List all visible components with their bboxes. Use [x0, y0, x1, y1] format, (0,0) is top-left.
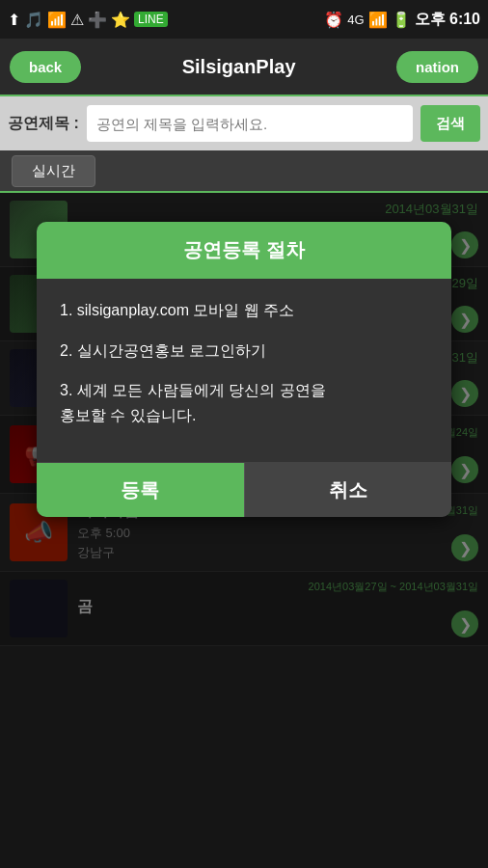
filter-bar: 실시간 — [0, 150, 488, 193]
back-button[interactable]: back — [10, 51, 81, 83]
modal-dialog: 공연등록 절차 1. silsiganplay.com 모바일 웹 주소 2. … — [37, 222, 451, 517]
content-area: 2014년03월31일 ❯ 2014년03월29일 ❯ 2014년0 — [0, 193, 488, 868]
plus-icon: ➕ — [88, 11, 107, 29]
search-bar: 공연제목 : 검색 — [0, 96, 488, 150]
warning-icon: ⚠ — [70, 11, 84, 29]
search-label: 공연제목 : — [8, 114, 79, 134]
modal-step-2: 2. 실시간공연홍보 로그인하기 — [60, 339, 428, 364]
wifi-icon: 📶 — [47, 11, 67, 29]
signal-bars-icon: 📶 — [368, 11, 388, 29]
status-icons-left: ⬆ 🎵 📶 ⚠ ➕ ⭐ LINE — [8, 11, 168, 29]
status-time: 오후 6:10 — [415, 10, 480, 30]
line-icon: LINE — [134, 12, 168, 27]
search-input[interactable] — [87, 105, 413, 142]
audio-icon: 🎵 — [24, 11, 43, 29]
nation-button[interactable]: nation — [396, 51, 478, 83]
modal-overlay: 공연등록 절차 1. silsiganplay.com 모바일 웹 주소 2. … — [0, 193, 488, 868]
alarm-icon: ⏰ — [324, 11, 343, 29]
modal-body: 1. silsiganplay.com 모바일 웹 주소 2. 실시간공연홍보 … — [37, 279, 451, 462]
modal-confirm-button[interactable]: 등록 — [37, 463, 244, 517]
battery-icon: 🔋 — [392, 11, 411, 29]
modal-step-1: 1. silsiganplay.com 모바일 웹 주소 — [60, 298, 428, 323]
header-title: SilsiganPlay — [182, 56, 296, 78]
modal-cancel-button[interactable]: 취소 — [244, 463, 452, 517]
modal-footer: 등록 취소 — [37, 462, 451, 517]
search-button[interactable]: 검색 — [420, 105, 480, 142]
star-icon: ⭐ — [111, 11, 130, 29]
usb-icon: ⬆ — [8, 11, 20, 29]
modal-step-3: 3. 세계 모든 사람들에게 당신의 공연을홍보할 수 있습니다. — [60, 378, 428, 427]
filter-realtime-button[interactable]: 실시간 — [12, 155, 95, 187]
status-icons-right: ⏰ 4G 📶 🔋 오후 6:10 — [324, 10, 480, 30]
modal-title: 공연등록 절차 — [183, 239, 305, 260]
status-bar: ⬆ 🎵 📶 ⚠ ➕ ⭐ LINE ⏰ 4G 📶 🔋 오후 6:10 — [0, 0, 488, 39]
header-bar: back SilsiganPlay nation — [0, 39, 488, 96]
modal-header: 공연등록 절차 — [37, 222, 451, 279]
signal-4g-icon: 4G — [347, 13, 364, 27]
